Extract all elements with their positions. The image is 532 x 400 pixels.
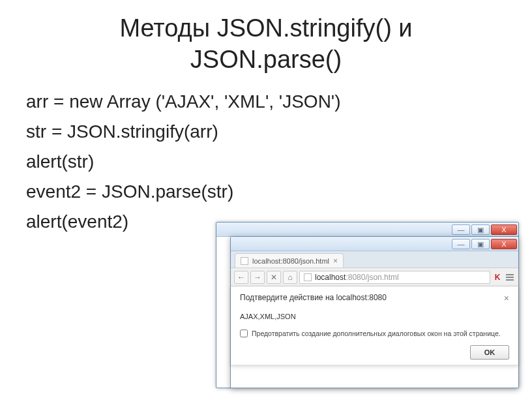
url-input[interactable]: localhost:8080/json.html <box>299 271 490 284</box>
suppress-dialogs-checkbox-row[interactable]: Предотвратить создание дополнительных ди… <box>240 330 509 337</box>
dialog-message: AJAX,XML,JSON <box>240 313 509 320</box>
maximize-button[interactable]: ▣ <box>471 239 490 249</box>
tab-title: localhost:8080/json.html <box>252 257 329 265</box>
menu-icon[interactable] <box>505 272 515 283</box>
dialog-title: Подтвердите действие на localhost:8080 <box>240 293 387 302</box>
url-path: :8080/json.html <box>346 273 398 282</box>
nav-back-button[interactable]: ← <box>234 271 248 284</box>
slide-title: Методы JSON.stringify() и JSON.parse() <box>0 0 532 82</box>
javascript-alert-dialog: Подтвердите действие на localhost:8080 ×… <box>231 286 518 365</box>
suppress-dialogs-label: Предотвратить создание дополнительных ди… <box>252 330 501 337</box>
window-stack: — ▣ X — ▣ X localhost:8080/json.html × ←… <box>216 222 519 388</box>
slide-body: arr = new Array ('AJAX', 'XML', 'JSON') … <box>0 82 532 245</box>
code-line: alert(str) <box>26 148 506 176</box>
maximize-button-back[interactable]: ▣ <box>471 224 490 235</box>
kaspersky-icon[interactable]: K <box>492 272 503 283</box>
browser-window: — ▣ X localhost:8080/json.html × ← → ✕ ⌂… <box>230 236 519 388</box>
code-line: arr = new Array ('AJAX', 'XML', 'JSON') <box>26 88 506 115</box>
minimize-button-back[interactable]: — <box>452 224 470 235</box>
minimize-button[interactable]: — <box>452 239 470 249</box>
titlebar-front: — ▣ X <box>231 237 518 251</box>
code-line: str = JSON.stringify(arr) <box>26 118 506 146</box>
close-button-back[interactable]: X <box>491 224 517 235</box>
nav-forward-button[interactable]: → <box>250 271 265 284</box>
code-line: event2 = JSON.parse(str) <box>26 178 506 206</box>
dialog-close-icon[interactable]: × <box>504 293 509 303</box>
favicon-icon <box>241 257 248 265</box>
address-bar: ← → ✕ ⌂ localhost:8080/json.html K <box>231 268 518 286</box>
tab-bar: localhost:8080/json.html × <box>231 251 518 268</box>
title-line-2: JSON.parse() <box>190 46 342 73</box>
titlebar-back: — ▣ X <box>216 223 518 237</box>
nav-reload-button[interactable]: ✕ <box>267 271 281 284</box>
browser-tab[interactable]: localhost:8080/json.html × <box>235 253 344 268</box>
url-host: localhost <box>315 273 346 282</box>
suppress-dialogs-checkbox[interactable] <box>240 330 248 337</box>
url-favicon-icon <box>304 273 312 281</box>
close-button[interactable]: X <box>491 239 517 249</box>
page-viewport: Подтвердите действие на localhost:8080 ×… <box>231 286 518 388</box>
title-line-1: Методы JSON.stringify() и <box>119 14 412 42</box>
tab-close-icon[interactable]: × <box>333 256 338 266</box>
nav-home-button[interactable]: ⌂ <box>283 271 297 284</box>
dialog-ok-button[interactable]: OK <box>470 345 509 360</box>
